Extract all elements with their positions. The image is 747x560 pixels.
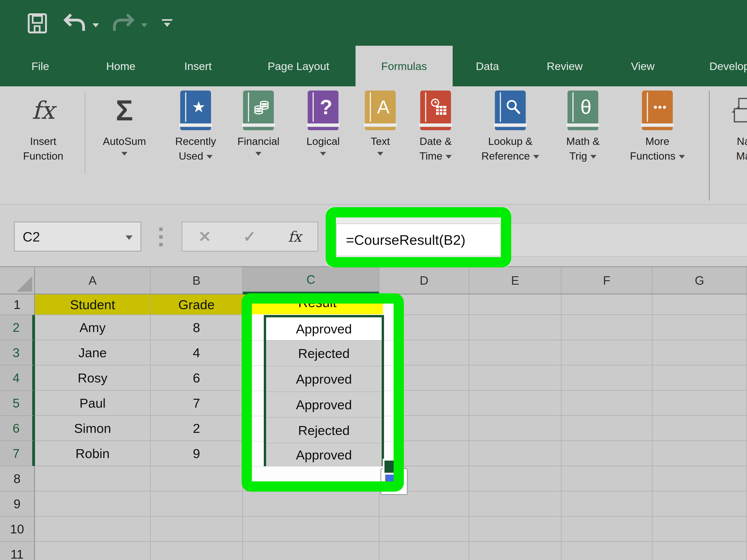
dropdown-arrow-icon[interactable]: [377, 152, 383, 156]
cell-A4[interactable]: Rosy: [35, 365, 151, 391]
undo-dropdown-icon[interactable]: [93, 23, 99, 27]
cell-F6[interactable]: [561, 416, 652, 441]
tab-review[interactable]: Review: [538, 46, 591, 86]
cell-A1[interactable]: Student: [35, 294, 151, 315]
column-header-A[interactable]: A: [35, 267, 151, 294]
formula-bar-grip[interactable]: [159, 243, 163, 246]
row-header-8[interactable]: 8: [0, 466, 35, 491]
dropdown-arrow-icon[interactable]: [446, 155, 452, 159]
cell-G2[interactable]: [652, 315, 747, 340]
row-header-5[interactable]: 5: [0, 391, 35, 416]
cell-A5[interactable]: Paul: [35, 391, 151, 416]
cell-G6[interactable]: [652, 416, 747, 441]
ribbon-button-date-time[interactable]: Date &Time: [396, 90, 475, 163]
cell-G3[interactable]: [652, 340, 747, 365]
dropdown-arrow-icon[interactable]: [255, 152, 261, 156]
cell-C10[interactable]: [243, 516, 379, 542]
formula-input-extension[interactable]: [511, 223, 747, 257]
cell-E5[interactable]: [469, 391, 561, 416]
cell-A6[interactable]: Simon: [35, 416, 151, 441]
cell-B9[interactable]: [151, 491, 243, 516]
tab-formulas[interactable]: Formulas: [356, 46, 453, 86]
ribbon-button-autosum[interactable]: ΣAutoSum: [85, 90, 164, 156]
tab-develop[interactable]: Develop: [694, 46, 747, 86]
ribbon-button-math-trig[interactable]: θMath &Trig: [543, 90, 623, 163]
cell-F11[interactable]: [561, 542, 652, 560]
insert-function-icon[interactable]: fx: [288, 228, 302, 245]
row-header-2[interactable]: 2: [0, 315, 35, 340]
cell-D9[interactable]: [379, 491, 469, 516]
select-all-corner[interactable]: [0, 267, 35, 294]
cell-G9[interactable]: [652, 491, 747, 516]
cell-F4[interactable]: [561, 365, 652, 391]
dropdown-arrow-icon[interactable]: [320, 152, 326, 156]
column-header-B[interactable]: B: [151, 267, 243, 294]
cell-E10[interactable]: [469, 516, 561, 542]
cell-G10[interactable]: [652, 516, 747, 542]
row-header-11[interactable]: 11: [0, 542, 35, 560]
row-header-1[interactable]: 1: [0, 294, 35, 315]
cell-A2[interactable]: Amy: [35, 315, 151, 340]
column-header-E[interactable]: E: [469, 267, 561, 294]
cell-F10[interactable]: [561, 516, 652, 542]
name-box-dropdown-icon[interactable]: [126, 235, 133, 240]
cell-G5[interactable]: [652, 391, 747, 416]
cell-F8[interactable]: [561, 466, 652, 491]
cell-E1[interactable]: [469, 294, 561, 315]
cell-E7[interactable]: [469, 441, 561, 466]
cell-E4[interactable]: [469, 365, 561, 391]
dropdown-arrow-icon[interactable]: [121, 152, 127, 156]
dropdown-arrow-icon[interactable]: [590, 155, 596, 159]
cell-G1[interactable]: [652, 294, 747, 315]
row-header-10[interactable]: 10: [0, 516, 35, 542]
dropdown-arrow-icon[interactable]: [207, 155, 213, 159]
cell-B10[interactable]: [151, 516, 243, 542]
row-header-6[interactable]: 6: [0, 416, 35, 441]
ribbon-button-lookup-reference[interactable]: Lookup &Reference: [471, 90, 550, 163]
cell-A9[interactable]: [35, 491, 151, 516]
tab-insert[interactable]: Insert: [177, 46, 219, 86]
cell-E9[interactable]: [469, 491, 561, 516]
cell-F3[interactable]: [561, 340, 652, 365]
ribbon-button-name-manager[interactable]: NaMa: [704, 90, 747, 163]
cell-E3[interactable]: [469, 340, 561, 365]
cell-B8[interactable]: [151, 466, 243, 491]
row-header-7[interactable]: 7: [0, 441, 35, 466]
column-header-F[interactable]: F: [561, 267, 652, 294]
cell-A8[interactable]: [35, 466, 151, 491]
tab-file[interactable]: File: [28, 46, 53, 86]
cell-F2[interactable]: [561, 315, 652, 340]
column-header-G[interactable]: G: [652, 267, 747, 294]
dropdown-arrow-icon[interactable]: [679, 155, 685, 159]
cell-E8[interactable]: [469, 466, 561, 491]
cell-A11[interactable]: [35, 542, 151, 560]
row-header-4[interactable]: 4: [0, 365, 35, 391]
column-header-C[interactable]: C: [243, 267, 379, 294]
cell-C11[interactable]: [243, 542, 379, 560]
cell-B1[interactable]: Grade: [151, 294, 243, 315]
cell-F7[interactable]: [561, 441, 652, 466]
customize-quick-access-icon[interactable]: [162, 19, 172, 27]
cell-B3[interactable]: 4: [151, 340, 243, 365]
redo-button[interactable]: [112, 12, 135, 34]
cell-A3[interactable]: Jane: [35, 340, 151, 365]
formula-bar-grip[interactable]: [159, 228, 163, 231]
ribbon-button-insert-function[interactable]: fxInsertFunction: [3, 90, 83, 163]
cell-E6[interactable]: [469, 416, 561, 441]
name-box[interactable]: C2: [14, 222, 141, 251]
cancel-icon[interactable]: ✕: [198, 228, 211, 246]
undo-button[interactable]: [62, 12, 86, 34]
cell-C9[interactable]: [243, 491, 379, 516]
tab-data[interactable]: Data: [470, 46, 505, 86]
cell-B7[interactable]: 9: [151, 441, 243, 466]
cell-F9[interactable]: [561, 491, 652, 516]
cell-G8[interactable]: [652, 466, 747, 491]
tab-view[interactable]: View: [625, 46, 661, 86]
cell-B2[interactable]: 8: [151, 315, 243, 340]
cell-G7[interactable]: [652, 441, 747, 466]
cell-E11[interactable]: [469, 542, 561, 560]
save-icon[interactable]: [28, 13, 47, 34]
cell-A7[interactable]: Robin: [35, 441, 151, 466]
cell-B4[interactable]: 6: [151, 365, 243, 391]
redo-dropdown-icon[interactable]: [141, 23, 148, 27]
